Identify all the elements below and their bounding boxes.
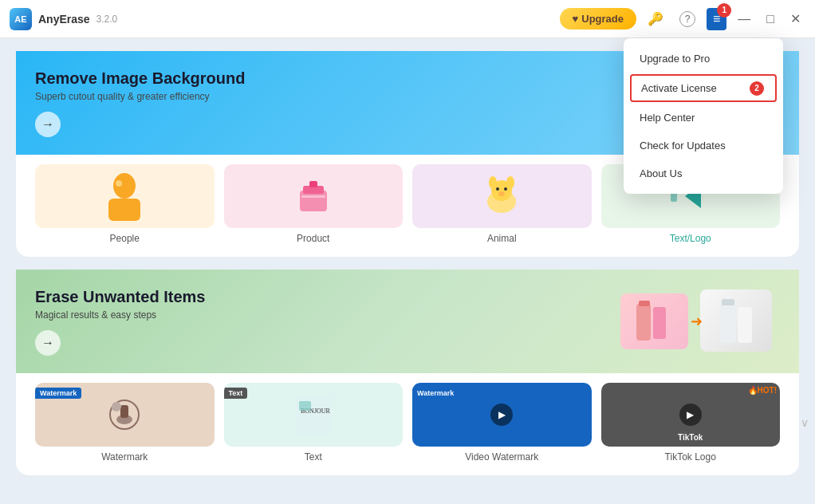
category-people[interactable]: People xyxy=(35,164,215,244)
category-product[interactable]: Product xyxy=(224,164,404,244)
menu-item-about-us[interactable]: About Us xyxy=(624,159,783,187)
menu-item-help-center[interactable]: Help Center xyxy=(624,104,783,132)
erase-arrow-icon: ➜ xyxy=(691,313,703,330)
maximize-button[interactable]: □ xyxy=(762,9,779,30)
people-thumbnail xyxy=(35,164,215,228)
menu-item-activate-license[interactable]: Activate License 2 xyxy=(630,74,777,102)
svg-rect-5 xyxy=(309,181,317,187)
svg-rect-28 xyxy=(299,401,311,411)
activate-license-badge: 2 xyxy=(750,81,764,96)
hot-badge: 🔥HOT! xyxy=(748,386,777,395)
category-tiktok-logo[interactable]: 🔥HOT! ▶ TikTok TikTok Logo xyxy=(601,383,781,463)
svg-point-11 xyxy=(496,187,499,191)
product-before xyxy=(620,293,688,349)
minimize-icon: — xyxy=(738,12,750,26)
watermark-badge: Watermark xyxy=(35,388,81,399)
help-center-label: Help Center xyxy=(640,112,695,124)
tiktok-play-icon: ▶ xyxy=(679,404,702,426)
watermark-label: Watermark xyxy=(101,451,148,463)
animal-label: Animal xyxy=(487,233,517,244)
upgrade-to-pro-label: Upgrade to Pro xyxy=(640,53,710,65)
menu-badge: 1 xyxy=(717,3,731,18)
menu-button[interactable]: ≡ 1 xyxy=(707,8,726,30)
remove-title: Remove Image Background xyxy=(35,69,245,88)
svg-point-25 xyxy=(112,402,121,411)
help-button[interactable]: ? xyxy=(675,8,700,30)
tiktok-logo-text: TikTok xyxy=(678,433,703,442)
text-label: Text xyxy=(305,451,322,463)
activate-license-label: Activate License xyxy=(641,82,717,94)
app-name: AnyErase xyxy=(38,13,90,26)
svg-rect-6 xyxy=(301,195,325,198)
tiktok-label: TikTok Logo xyxy=(665,451,716,463)
svg-point-12 xyxy=(504,187,507,191)
title-bar: AE AnyErase 3.2.0 ♥ Upgrade 🔑 ? ≡ 1 — □ … xyxy=(0,0,815,38)
app-logo: AE xyxy=(10,8,32,30)
svg-rect-19 xyxy=(636,304,651,341)
play-icon: ▶ xyxy=(490,404,513,426)
minimize-button[interactable]: — xyxy=(733,9,755,30)
svg-rect-18 xyxy=(722,299,734,305)
category-text[interactable]: Text BONJOUR Text xyxy=(224,383,404,463)
erase-banner-image: ➜ xyxy=(620,285,780,357)
erase-arrow-button[interactable]: → xyxy=(35,330,61,356)
svg-point-10 xyxy=(506,176,514,189)
app-version: 3.2.0 xyxy=(96,14,118,25)
product-after xyxy=(700,289,772,352)
coin-button[interactable]: 🔑 xyxy=(643,8,668,30)
text-watermark-badge: Text xyxy=(224,388,248,399)
svg-point-0 xyxy=(113,173,136,199)
menu-item-upgrade-to-pro[interactable]: Upgrade to Pro xyxy=(624,45,783,73)
svg-point-2 xyxy=(116,180,122,187)
title-left: AE AnyErase 3.2.0 xyxy=(10,8,117,30)
people-label: People xyxy=(110,233,140,244)
video-watermark-thumbnail: Watermark ▶ xyxy=(412,383,592,447)
about-us-label: About Us xyxy=(640,167,682,179)
upgrade-heart-icon: ♥ xyxy=(573,13,579,25)
remove-banner-text: Remove Image Background Superb cutout qu… xyxy=(35,69,245,137)
upgrade-button[interactable]: ♥ Upgrade xyxy=(560,8,636,30)
erase-section: Erase Unwanted Items Magical results & e… xyxy=(16,270,799,475)
textlogo-label: Text/Logo xyxy=(670,233,711,244)
erase-subtitle: Magical results & easy steps xyxy=(35,309,205,321)
svg-rect-17 xyxy=(738,307,752,343)
video-watermark-label: Video Watermark xyxy=(465,451,538,463)
menu-item-check-updates[interactable]: Check for Updates xyxy=(624,132,783,159)
title-right: ♥ Upgrade 🔑 ? ≡ 1 — □ ✕ xyxy=(560,8,805,30)
svg-point-9 xyxy=(489,176,497,189)
erase-banner: Erase Unwanted Items Magical results & e… xyxy=(16,270,799,373)
category-animal[interactable]: Animal xyxy=(412,164,592,244)
svg-rect-20 xyxy=(653,307,666,339)
watermark-thumbnail: Watermark xyxy=(35,383,215,447)
upgrade-label: Upgrade xyxy=(581,13,624,25)
coin-icon: 🔑 xyxy=(648,11,663,26)
erase-banner-text: Erase Unwanted Items Magical results & e… xyxy=(35,288,205,356)
dropdown-menu: Upgrade to Pro Activate License 2 Help C… xyxy=(624,38,783,194)
erase-thumbnails: Watermark Watermark Text BONJOUR xyxy=(16,373,799,475)
category-watermark[interactable]: Watermark Watermark xyxy=(35,383,215,463)
product-label: Product xyxy=(297,233,329,244)
svg-rect-21 xyxy=(639,301,650,306)
close-button[interactable]: ✕ xyxy=(785,8,805,30)
svg-rect-16 xyxy=(720,303,736,343)
svg-rect-24 xyxy=(120,405,128,418)
erase-title: Erase Unwanted Items xyxy=(35,288,205,306)
remove-subtitle: Superb cutout quality & greater efficien… xyxy=(35,91,245,102)
svg-point-13 xyxy=(498,191,505,196)
product-thumbnail xyxy=(224,164,404,228)
text-thumbnail: Text BONJOUR xyxy=(224,383,404,447)
maximize-icon: □ xyxy=(766,12,774,26)
scroll-down-icon[interactable]: ∨ xyxy=(801,416,809,429)
remove-arrow-button[interactable]: → xyxy=(35,112,61,137)
svg-rect-1 xyxy=(108,199,140,221)
check-updates-label: Check for Updates xyxy=(640,140,726,152)
close-icon: ✕ xyxy=(790,11,801,26)
category-video-watermark[interactable]: Watermark ▶ Video Watermark xyxy=(412,383,592,463)
video-watermark-badge: Watermark xyxy=(412,388,459,399)
tiktok-thumbnail: 🔥HOT! ▶ TikTok xyxy=(601,383,781,447)
animal-thumbnail xyxy=(412,164,592,228)
help-icon: ? xyxy=(679,11,695,27)
